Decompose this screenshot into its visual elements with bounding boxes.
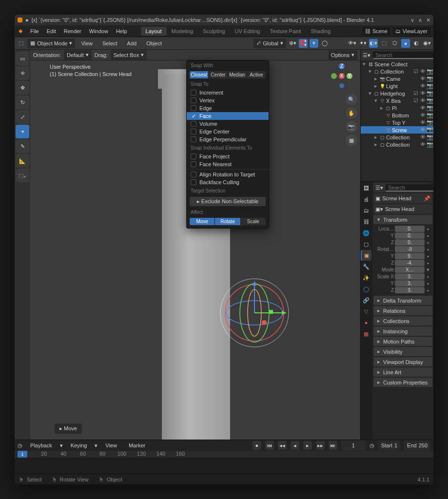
prop-row[interactable]: Y3.• xyxy=(375,280,430,287)
drag-dropdown[interactable]: Select Box ▾ xyxy=(111,50,147,60)
snap-to-edge-perpendicular[interactable]: Edge Perpendicular xyxy=(187,135,269,143)
playback-menu[interactable]: Playback xyxy=(26,440,56,451)
transform-panel-header[interactable]: ▾Transform xyxy=(373,215,432,224)
prop-tab-constraints[interactable]: 🔗 xyxy=(361,295,371,306)
cursor-tool[interactable]: ✛ xyxy=(16,66,29,80)
view-menu-tl[interactable]: View xyxy=(101,440,121,451)
outliner-row[interactable]: ▾▢Collection☑👁📷 xyxy=(361,68,433,75)
panel-collections[interactable]: ▸Collections xyxy=(373,316,432,326)
outliner-row[interactable]: ▽Bottom👁📷 xyxy=(361,112,433,119)
delta-transform-header[interactable]: ▸Delta Transform xyxy=(373,296,432,305)
prop-row[interactable]: Z-4.• xyxy=(375,260,430,266)
proportional-edit-icon[interactable]: ◯ xyxy=(320,39,329,48)
overlay-toggle-icon[interactable]: ◐▾ xyxy=(369,39,378,48)
next-key-button[interactable]: ▸▸ xyxy=(316,441,325,450)
breadcrumb-item[interactable]: ▣ Screw Head 📌 xyxy=(373,193,432,203)
outliner-row[interactable]: ▸▢Collection👁📷 xyxy=(361,134,433,141)
camera-view-icon[interactable]: 📷 xyxy=(346,121,357,133)
3d-viewport[interactable]: Orientation: Default ▾ Drag: Select Box … xyxy=(30,50,360,440)
timeline-cursor[interactable]: 1 xyxy=(18,451,27,458)
snap-toggle[interactable]: 🧲 xyxy=(299,39,308,48)
scene-selector[interactable]: ⛓ Scene xyxy=(362,27,390,36)
prop-row[interactable]: Loca…0.• xyxy=(375,226,430,232)
prop-tab-render[interactable]: 🖼 xyxy=(361,183,371,193)
snap-indiv-face-nearest[interactable]: Face Nearest xyxy=(187,160,269,168)
current-frame-field[interactable]: 1 xyxy=(341,441,366,450)
prop-tab-collection[interactable]: ▢ xyxy=(361,239,371,250)
transform-gizmo[interactable] xyxy=(206,264,303,362)
outliner-row[interactable]: ▽Screw👁📷 xyxy=(361,126,433,134)
prop-tab-world[interactable]: 🌐 xyxy=(361,228,371,238)
panel-visibility[interactable]: ▸Visibility xyxy=(373,347,432,356)
add-cube-tool[interactable]: ⬚₊ xyxy=(16,169,29,182)
marker-menu[interactable]: Marker xyxy=(125,440,149,451)
snap-to-face[interactable]: ✓Face xyxy=(187,112,269,120)
prop-row[interactable]: Z3.• xyxy=(375,287,430,293)
shading-solid-icon[interactable]: ● xyxy=(401,39,410,48)
exclude-non-selectable-button[interactable]: ▸ Exclude Non-Selectable xyxy=(190,197,266,206)
affect-rotate[interactable]: Rotate xyxy=(215,218,240,225)
window-maximize-button[interactable]: ∧ xyxy=(418,17,422,23)
prop-tab-data[interactable]: ▽ xyxy=(361,306,371,317)
workspace-tab-modeling[interactable]: Modeling xyxy=(167,27,198,36)
menu-edit[interactable]: Edit xyxy=(43,25,60,37)
snap-to-vertex[interactable]: Vertex xyxy=(187,96,269,104)
snap-to-volume[interactable]: Volume xyxy=(187,120,269,128)
snap-with-center[interactable]: Center xyxy=(209,71,228,78)
menu-help[interactable]: Help xyxy=(112,25,131,37)
props-editor-icon[interactable]: ☰▾ xyxy=(375,185,383,191)
gizmo-toggle-icon[interactable]: ✦▾ xyxy=(358,39,367,48)
scale-tool[interactable]: ⤢ xyxy=(16,110,29,124)
prop-tab-texture[interactable]: ▩ xyxy=(361,328,371,339)
panel-instancing[interactable]: ▸Instancing xyxy=(373,326,432,336)
last-operator-panel[interactable]: ▸ Move xyxy=(55,423,82,434)
menu-file[interactable]: File xyxy=(26,25,43,37)
jump-start-button[interactable]: ⏮ xyxy=(265,441,274,450)
mode-selector[interactable]: ▦ Object Mode ▾ xyxy=(27,38,75,48)
shading-wire-icon[interactable]: ⬡ xyxy=(390,39,399,48)
snap-dropdown[interactable]: ▾ xyxy=(310,39,318,48)
add-menu[interactable]: Add xyxy=(123,37,141,49)
prop-tab-scene[interactable]: ⛓ xyxy=(361,216,371,227)
outliner-row[interactable]: ▾⛓Scene Collect xyxy=(361,60,433,68)
keying-menu[interactable]: Keying xyxy=(67,440,91,451)
affect-move[interactable]: Move xyxy=(190,218,215,225)
outliner-search[interactable] xyxy=(372,51,433,59)
outliner-row[interactable]: ▾▽X Bea☑👁📷 xyxy=(361,97,433,104)
window-close-button[interactable]: ✕ xyxy=(426,17,430,23)
autokey-button[interactable]: ● xyxy=(253,441,261,450)
outliner-row[interactable]: ▸📷Came👁📷 xyxy=(361,75,433,82)
align-rotation-checkbox[interactable]: Align Rotation to Target xyxy=(187,171,269,178)
window-minimize-button[interactable]: ∨ xyxy=(410,17,414,23)
blender-icon[interactable]: ◆ xyxy=(15,25,26,37)
play-rev-button[interactable]: ◂ xyxy=(291,441,299,450)
prop-row[interactable]: ModeX…▾ xyxy=(375,267,430,273)
panel-line-art[interactable]: ▸Line Art xyxy=(373,367,432,377)
workspace-tab-shading[interactable]: Shading xyxy=(306,27,335,36)
xray-icon[interactable]: ⬚ xyxy=(380,39,389,48)
select-tool[interactable]: ▭ xyxy=(16,52,29,65)
persp-ortho-icon[interactable]: ▦ xyxy=(346,134,357,146)
prop-row[interactable]: Y0.• xyxy=(375,232,430,239)
prev-key-button[interactable]: ◂◂ xyxy=(278,441,287,450)
snap-to-increment[interactable]: Increment xyxy=(187,89,269,96)
viewlayer-selector[interactable]: 🗂 ViewLayer xyxy=(392,27,430,36)
play-button[interactable]: ▸ xyxy=(303,441,312,450)
select-menu[interactable]: Select xyxy=(98,37,121,49)
prop-tab-physics[interactable]: ◯ xyxy=(361,284,371,294)
snap-with-closest[interactable]: Closest xyxy=(190,71,209,78)
outliner-row[interactable]: ▸💡Light👁📷 xyxy=(361,82,433,90)
outliner-row[interactable]: ▸▢Pl👁📷 xyxy=(361,104,433,112)
panel-custom-properties[interactable]: ▸Custom Properties xyxy=(373,378,432,387)
orientation-selector[interactable]: ⤢ Global ▾ xyxy=(253,38,286,48)
outliner-row[interactable]: ▸▢Collection👁📷 xyxy=(361,141,433,148)
object-menu[interactable]: Object xyxy=(142,37,166,49)
snap-to-edge-center[interactable]: Edge Center xyxy=(187,128,269,135)
prop-tab-object[interactable]: ▣ xyxy=(361,250,371,261)
start-frame-field[interactable]: Start 1 xyxy=(378,441,400,450)
clock-icon[interactable]: ◷ xyxy=(370,442,374,449)
prop-tab-material[interactable]: ● xyxy=(361,317,371,328)
workspace-tab-layout[interactable]: Layout xyxy=(141,27,167,36)
menu-render[interactable]: Render xyxy=(60,25,85,37)
options-button[interactable]: Options ▾ xyxy=(328,50,357,60)
